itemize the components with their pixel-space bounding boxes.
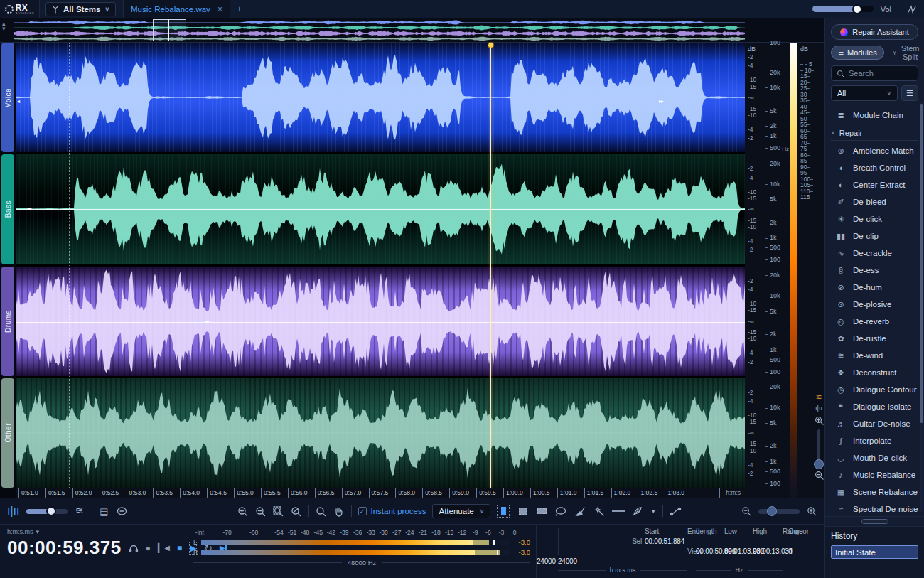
wave-spectrogram-blend-slider[interactable]	[26, 509, 68, 514]
module-item[interactable]: ≋ De-wind	[831, 347, 918, 364]
zoom-selection-icon[interactable]	[273, 505, 284, 518]
instant-process-label[interactable]: Instant process	[371, 507, 426, 515]
module-list-scrollbar[interactable]	[920, 102, 923, 512]
volume-thumb[interactable]	[852, 4, 862, 14]
module-search[interactable]	[831, 65, 918, 81]
skip-to-start-button[interactable]: ▎◀	[158, 544, 170, 552]
spectrogram-view[interactable]: ◂ ▸▸ ◂▸ ◂▸	[16, 43, 745, 498]
curve-edit-tool-icon[interactable]	[670, 505, 682, 518]
all-stems-dropdown[interactable]: All Stems ∨	[45, 2, 116, 16]
gain-handle-icon[interactable]: ▸▸	[659, 98, 663, 105]
module-item[interactable]: ⊕ Ambience Match	[831, 142, 918, 159]
time-format-caret-icon[interactable]: ▾	[36, 528, 40, 535]
playhead-marker[interactable]	[488, 42, 494, 48]
zoom-fit-icon[interactable]	[291, 505, 302, 518]
module-item[interactable]: ♪ Music Rebalance	[831, 466, 918, 483]
sel-end-value[interactable]	[687, 537, 696, 545]
magic-wand-tool-icon[interactable]	[593, 505, 606, 518]
module-item-module-chain[interactable]: ≣ Module Chain	[831, 107, 918, 124]
gain-line-drums[interactable]: ◂▸	[16, 322, 745, 323]
timeline-ruler[interactable]: 0:51.00:51.50:52.00:52.50:53.00:53.50:54…	[16, 488, 745, 498]
stem-tab-drums[interactable]: Drums	[1, 267, 14, 376]
module-item[interactable]: ✳ De-click	[831, 210, 918, 228]
vertical-zoom-out-icon[interactable]	[815, 471, 824, 480]
lasso-tool-icon[interactable]	[554, 505, 567, 518]
view-end-value[interactable]: 00:01:03.930	[724, 547, 753, 555]
repair-assistant-button[interactable]: Repair Assistant	[831, 24, 918, 40]
hzoom-out-icon[interactable]	[741, 505, 752, 518]
meter-left-bar[interactable]	[201, 540, 510, 545]
view-length-value[interactable]: 00:00:13.034	[753, 547, 783, 555]
volume-slider[interactable]	[812, 6, 874, 12]
view-low-value[interactable]: 0	[788, 547, 825, 555]
overview-strip[interactable]: ▴▾	[0, 18, 824, 43]
meter-right-bar[interactable]	[201, 550, 510, 555]
record-button[interactable]: ●	[146, 544, 151, 552]
stem-tab-voice[interactable]: Voice	[1, 43, 14, 152]
view-start-value[interactable]: 00:00:50.896	[696, 547, 724, 555]
view-high-value[interactable]: 24000	[537, 557, 558, 565]
blend-thumb[interactable]	[46, 506, 56, 516]
category-filter-dropdown[interactable]: All ∨	[831, 85, 898, 101]
module-item[interactable]: ∫ Interpolate	[831, 432, 918, 449]
stem-lane-bass[interactable]: ◂▸	[16, 154, 745, 264]
module-item[interactable]: ⊘ De-hum	[831, 279, 918, 296]
spectrogram-settings-icon[interactable]: ≋	[74, 505, 85, 518]
instant-process-checkbox[interactable]: ✓	[358, 507, 367, 515]
zoom-in-icon[interactable]	[237, 505, 249, 518]
spectrogram-icon[interactable]: ≋	[815, 394, 822, 400]
playhead[interactable]	[490, 43, 491, 488]
stem-lane-drums[interactable]: ◂▸	[16, 267, 745, 376]
stem-tab-bass[interactable]: Bass	[1, 154, 14, 264]
module-item[interactable]: ✐ De-bleed	[831, 193, 918, 210]
process-mode-dropdown[interactable]: Attenuate ∨	[432, 504, 490, 518]
frequency-selection-tool[interactable]	[535, 505, 548, 518]
clipboard-icon[interactable]: ▤	[99, 505, 110, 518]
module-item[interactable]: ♬ Guitar De-noise	[831, 415, 918, 432]
scrollbar-thumb[interactable]	[920, 104, 923, 423]
vertical-zoom-in-icon[interactable]	[815, 416, 824, 425]
feather-tool-icon[interactable]	[631, 505, 644, 518]
history-item[interactable]: Initial State	[831, 545, 918, 559]
module-item[interactable]: § De-ess	[831, 262, 918, 279]
hand-tool-icon[interactable]	[333, 505, 345, 518]
overview-expand-icon[interactable]: ▴▾	[2, 21, 6, 31]
panel-resize-handle[interactable]	[825, 516, 924, 526]
stem-lane-other[interactable]	[16, 378, 745, 488]
stem-tab-other[interactable]: Other	[1, 378, 14, 488]
waveform-blend-icon[interactable]: ı|ıı	[7, 505, 20, 518]
module-item[interactable]: ❝ Dialogue Isolate	[831, 398, 918, 415]
stem-lane-voice[interactable]: ◂ ▸▸	[16, 43, 745, 152]
module-item[interactable]: ◷ Dialogue Contour	[831, 381, 918, 398]
module-item[interactable]: ▮▮ De-clip	[831, 228, 918, 245]
module-item[interactable]: ≈ Spectral De-noise	[831, 501, 918, 516]
module-item[interactable]: ◐ Center Extract	[831, 176, 918, 193]
hzoom-in-icon[interactable]	[806, 505, 817, 518]
tab-modules[interactable]: ☰ Modules	[831, 46, 884, 60]
horizontal-zoom-slider[interactable]	[758, 509, 800, 514]
gain-handle-icon[interactable]: ◂▸	[205, 319, 209, 325]
flatten-tool-icon[interactable]	[612, 505, 625, 518]
module-item[interactable]: ◡ Mouth De-click	[831, 449, 918, 466]
module-item[interactable]: ∿ De-crackle	[831, 245, 918, 262]
gain-handle-icon[interactable]: ◂▸	[27, 205, 31, 212]
close-icon[interactable]: ×	[217, 4, 222, 14]
gain-handle-icon[interactable]: ◂	[17, 98, 19, 105]
search-input[interactable]	[849, 69, 913, 77]
time-frequency-selection-tool[interactable]	[516, 505, 529, 518]
gain-line-voice[interactable]: ◂ ▸▸	[16, 102, 745, 102]
stems-stack[interactable]: ◂ ▸▸ ◂▸ ◂▸	[16, 43, 745, 488]
gain-line-bass[interactable]: ◂▸	[16, 209, 745, 210]
module-item[interactable]: ✿ De-rustle	[831, 330, 918, 347]
view-range-value[interactable]: 24000	[558, 557, 601, 565]
brush-tool-icon[interactable]	[574, 505, 586, 518]
module-list-options-button[interactable]: ☰	[901, 85, 918, 101]
module-item[interactable]: ❖ Deconstruct	[831, 364, 918, 381]
sel-length-value[interactable]	[696, 537, 724, 545]
time-selection-tool[interactable]	[497, 505, 510, 518]
module-item[interactable]: ◖ Breath Control	[831, 159, 918, 176]
module-item[interactable]: ▦ Scene Rebalance	[831, 483, 918, 501]
tool-options-caret-icon[interactable]: ▼	[650, 508, 656, 515]
hzoom-thumb[interactable]	[767, 506, 777, 516]
find-icon[interactable]	[316, 505, 327, 518]
